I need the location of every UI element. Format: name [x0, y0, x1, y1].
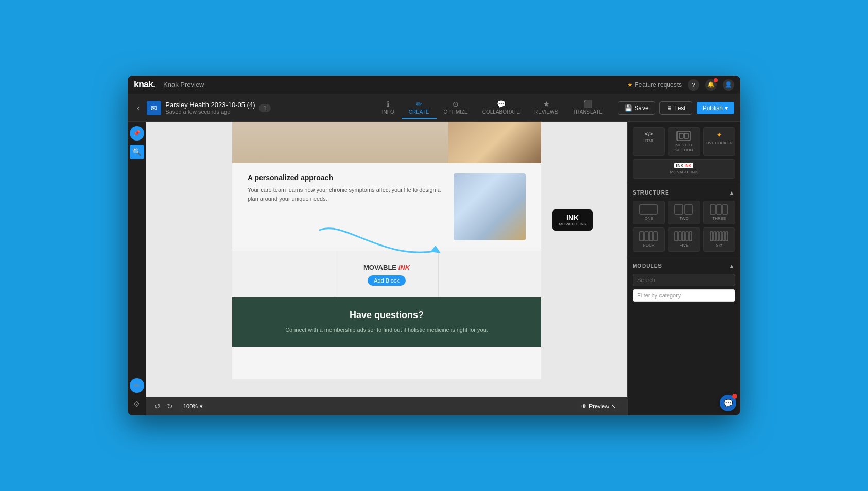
svg-rect-8 [717, 205, 721, 214]
four-col-icon [639, 231, 658, 241]
pin-button[interactable]: 📌 [130, 126, 144, 141]
structure-six[interactable]: SIX [703, 227, 735, 252]
create-icon: ✏ [416, 100, 422, 108]
block-types-section: </> HTML Nested Section [628, 122, 740, 184]
block-nested-section[interactable]: Nested Section [668, 127, 700, 156]
email-info: Parsley Health 2023-10-05 (4) Saved a fe… [165, 101, 255, 115]
user-button[interactable]: 👤 [723, 79, 734, 91]
test-button[interactable]: 🖥 Test [659, 101, 692, 115]
tab-create[interactable]: ✏ CREATE [402, 97, 437, 119]
feature-requests-label: Feature requests [635, 81, 682, 89]
svg-rect-2 [679, 133, 683, 138]
svg-rect-10 [640, 232, 644, 241]
movable-ink-block-icon: INK INK [674, 163, 694, 168]
chat-area: 💬 [628, 390, 740, 415]
block-movable-ink[interactable]: INK INK MOVABLE INK [633, 159, 735, 179]
left-sidebar: 📌 🔍 ✏ ⚙ [128, 122, 146, 415]
nested-section-icon [676, 131, 691, 141]
nested-section-label: Nested Section [670, 143, 697, 152]
filter-input[interactable] [633, 289, 735, 302]
tab-translate[interactable]: ⬛ TRANSLATE [565, 97, 610, 119]
test-label: Test [674, 104, 686, 112]
three-col-section: MOVABLE INK Add Block [232, 251, 541, 297]
four-label: FOUR [643, 243, 655, 248]
col-block-1 [232, 251, 335, 297]
preview-label: Preview [589, 403, 609, 409]
toolbar-actions: 💾 Save 🖥 Test Publish ▾ [618, 101, 734, 115]
tab-reviews[interactable]: ★ REVIEWS [527, 97, 565, 119]
structure-collapse[interactable]: ▲ [728, 189, 735, 197]
movable-text: MOVABLE [363, 264, 396, 271]
block-liveclicker[interactable]: ✦ LiveCLICKER [703, 127, 735, 156]
structure-grid: ONE TWO [633, 201, 735, 252]
help-button[interactable]: ? [688, 79, 699, 91]
svg-rect-19 [710, 232, 713, 241]
email-saved: Saved a few seconds ago [165, 109, 255, 115]
svg-rect-18 [689, 232, 692, 241]
email-text-block: A personalized approach Your care team l… [248, 173, 443, 203]
svg-rect-7 [710, 205, 715, 214]
back-button[interactable]: ‹ [134, 101, 143, 115]
settings-button[interactable]: ⚙ [130, 397, 144, 411]
undo-button[interactable]: ↺ [152, 401, 163, 411]
edit-button[interactable]: ✏ [130, 378, 144, 393]
structure-one[interactable]: ONE [633, 201, 665, 225]
svg-rect-11 [645, 232, 648, 241]
liveclicker-icon: ✦ [716, 131, 722, 139]
user-icon: 👤 [725, 81, 732, 88]
svg-rect-15 [679, 232, 681, 241]
add-block-button[interactable]: Add Block [368, 275, 406, 286]
modules-header: MODULES ▲ [633, 262, 735, 270]
tab-info-label: INFO [382, 109, 394, 115]
svg-rect-13 [654, 232, 657, 241]
movable-ink-logo: MOVABLE INK [363, 264, 410, 271]
tab-optimize[interactable]: ⊙ OPTIMIZE [437, 97, 475, 119]
svg-rect-22 [720, 232, 722, 241]
three-col-icon [710, 204, 728, 215]
top-bar-right: ★ Feature requests ? 🔔 👤 [627, 79, 734, 91]
svg-rect-3 [684, 133, 688, 138]
structure-four[interactable]: FOUR [633, 227, 665, 252]
tab-optimize-label: OPTIMIZE [444, 109, 468, 115]
svg-rect-9 [723, 205, 727, 214]
zoom-control[interactable]: 100% ▾ [179, 401, 207, 411]
save-button[interactable]: 💾 Save [618, 101, 655, 115]
two-label: TWO [679, 216, 689, 221]
col-block-2[interactable]: MOVABLE INK Add Block [335, 251, 438, 297]
modules-label: MODULES [633, 263, 662, 269]
tab-info[interactable]: ℹ INFO [375, 97, 402, 119]
eye-icon: 👁 [581, 403, 587, 409]
translate-icon: ⬛ [583, 100, 592, 108]
email-side-image [454, 173, 526, 240]
svg-rect-5 [675, 205, 683, 214]
tab-collaborate[interactable]: 💬 COLLABORATE [475, 97, 527, 119]
two-col-icon [674, 204, 693, 215]
structure-three[interactable]: THREE [703, 201, 735, 225]
optimize-icon: ⊙ [453, 100, 459, 108]
version-badge: 1 [259, 104, 270, 112]
feature-requests[interactable]: ★ Feature requests [627, 81, 682, 89]
structure-two[interactable]: TWO [668, 201, 700, 225]
chat-button[interactable]: 💬 [720, 395, 736, 411]
zoom-chevron-icon: ▾ [200, 403, 203, 410]
svg-rect-23 [723, 232, 725, 241]
search-button[interactable]: 🔍 [130, 145, 144, 159]
six-label: SIX [716, 243, 722, 248]
structure-five[interactable]: FIVE [668, 227, 700, 252]
publish-button[interactable]: Publish ▾ [697, 102, 734, 114]
app-window: knak. Knak Preview ★ Feature requests ? … [128, 76, 740, 415]
hand-image [448, 122, 541, 163]
preview-button[interactable]: 👁 Preview ⤡ [576, 401, 621, 412]
modules-collapse[interactable]: ▲ [728, 262, 735, 270]
redo-button[interactable]: ↻ [165, 401, 175, 411]
search-input[interactable] [633, 274, 735, 286]
email-icon: ✉ [147, 101, 161, 115]
movable-ink-block-label: MOVABLE INK [670, 170, 698, 175]
svg-rect-20 [714, 232, 716, 241]
app-logo: knak. [134, 79, 155, 90]
notification-button[interactable]: 🔔 [705, 79, 717, 91]
tooltip-ink-label: INK [559, 214, 586, 222]
canvas-area[interactable]: A personalized approach Your care team l… [146, 122, 627, 415]
save-icon: 💾 [624, 104, 632, 112]
block-html[interactable]: </> HTML [633, 127, 665, 156]
